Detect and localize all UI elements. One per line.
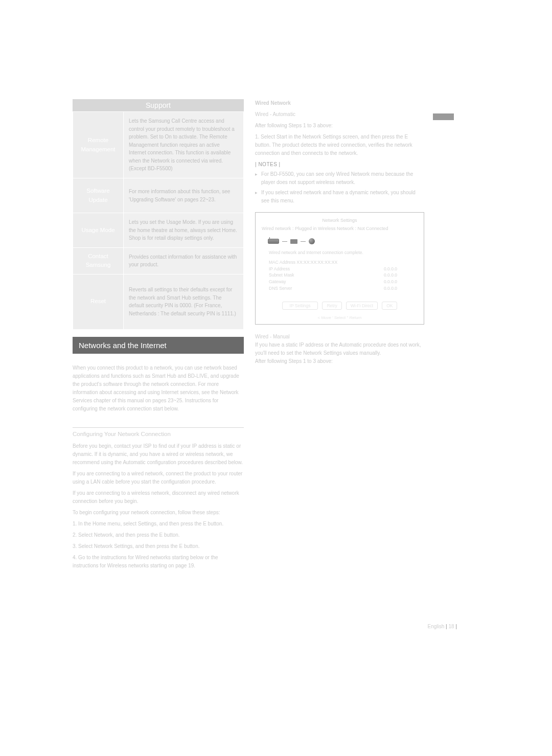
body-paragraph: To begin configuring your network connec…	[73, 509, 244, 517]
support-row-desc: For more information about this function…	[124, 178, 244, 213]
ip-address-line: 0.0.0.0IP Address	[269, 266, 418, 272]
network-status-line: Wired network and Internet connection co…	[269, 249, 418, 256]
support-row-desc: Provides contact information for assista…	[124, 248, 244, 274]
page-footer: English | 18 |	[428, 624, 457, 629]
support-header: Support	[73, 99, 244, 111]
manual-section: Wired - Manual If you have a static IP a…	[255, 333, 424, 365]
section-heading: Networks and the Internet	[73, 337, 244, 354]
network-status-icons	[268, 238, 418, 244]
dns-value: 0.0.0.0	[384, 285, 397, 292]
ip-value: 0.0.0.0	[384, 266, 397, 272]
support-row-label: Usage Mode	[73, 213, 124, 248]
ok-button[interactable]: OK	[382, 302, 397, 310]
note-item: For BD-F5500, you can see only Wired Net…	[261, 170, 424, 187]
support-row-label: Software Update	[73, 178, 124, 213]
connection-line-icon	[301, 241, 306, 242]
network-settings-box: Network Settings Wired network : Plugged…	[255, 212, 424, 325]
pre-notes-line: After following Steps 1 to 3 above:	[255, 122, 424, 130]
dns-label: DNS Server	[269, 286, 292, 291]
globe-icon	[309, 238, 315, 244]
left-body: Before you begin, contact your ISP to fi…	[73, 442, 244, 570]
step-item: 4. Go to the instructions for Wired netw…	[73, 554, 244, 570]
step-item: 2. Select Network, and then press the E …	[73, 531, 244, 539]
modem-icon	[290, 239, 297, 244]
network-buttons-row: IP Settings Retry Wi-Fi Direct OK	[256, 302, 424, 310]
support-row-label: Reset	[73, 274, 124, 329]
gateway-label: Gateway	[269, 279, 286, 284]
ip-settings-button[interactable]: IP Settings	[282, 302, 318, 310]
subnet-line: 0.0.0.0Subnet Mask	[269, 272, 418, 279]
manual-after: After following Steps 1 to 3 above:	[255, 357, 424, 365]
connection-line-icon	[282, 241, 287, 242]
notes-list: For BD-F5500, you can see only Wired Net…	[255, 170, 424, 205]
dns-line: 0.0.0.0DNS Server	[269, 285, 418, 292]
router-icon	[268, 239, 279, 244]
subsection-heading: Configuring Your Network Connection	[73, 427, 244, 437]
footer-divider: |	[455, 624, 457, 629]
footer-language: English	[428, 624, 445, 629]
mac-address-line: MAC Address XX:XX:XX:XX:XX:XX	[269, 259, 418, 266]
step-item: 1. Select Start in the Network Settings …	[255, 133, 424, 157]
network-box-title: Network Settings	[262, 218, 418, 223]
step-item: 1. In the Home menu, select Settings, an…	[73, 520, 244, 528]
step-item: 3. Select Network Settings, and then pre…	[73, 542, 244, 551]
note-item: If you select wired network and have a d…	[261, 189, 424, 205]
support-row-desc: Reverts all settings to their defaults e…	[124, 274, 244, 329]
support-row-desc: Lets you set the Usage Mode. If you are …	[124, 213, 244, 248]
network-box-type: Wired network : Plugged in Wireless Netw…	[262, 226, 418, 231]
wired-manual-heading: Wired - Manual	[255, 333, 424, 341]
intro-paragraph: When you connect this product to a netwo…	[73, 364, 244, 413]
nav-hint-label: < Move ' Select " Return	[256, 315, 424, 320]
manual-body: If you have a static IP address or the A…	[255, 341, 424, 357]
wifi-direct-button[interactable]: Wi-Fi Direct	[346, 302, 378, 310]
wired-auto-heading: Wired - Automatic	[255, 110, 424, 119]
retry-button[interactable]: Retry	[322, 302, 341, 310]
gateway-line: 0.0.0.0Gateway	[269, 279, 418, 285]
body-paragraph: If you are connecting to a wireless netw…	[73, 489, 244, 506]
right-top-block: Wired Network Wired - Automatic After fo…	[255, 99, 424, 157]
support-row-label: Remote Management	[73, 112, 124, 178]
support-table: Remote Management Lets the Samsung Call …	[73, 111, 244, 330]
body-paragraph: Before you begin, contact your ISP to fi…	[73, 442, 244, 467]
section-tab	[433, 113, 454, 120]
left-column: Support Remote Management Lets the Samsu…	[73, 99, 244, 573]
gateway-value: 0.0.0.0	[384, 279, 397, 285]
support-row-label: Contact Samsung	[73, 248, 124, 274]
wired-network-heading: Wired Network	[255, 99, 424, 107]
support-row-desc: Lets the Samsung Call Centre access and …	[124, 112, 244, 178]
subnet-label: Subnet Mask	[269, 272, 294, 278]
subnet-value: 0.0.0.0	[384, 272, 397, 279]
body-paragraph: If you are connecting to a wired network…	[73, 470, 244, 486]
ip-label: IP Address	[269, 266, 290, 271]
right-column: Wired Network Wired - Automatic After fo…	[255, 99, 424, 365]
notes-label: | NOTES |	[255, 162, 424, 167]
footer-page-number: 18	[448, 624, 454, 629]
